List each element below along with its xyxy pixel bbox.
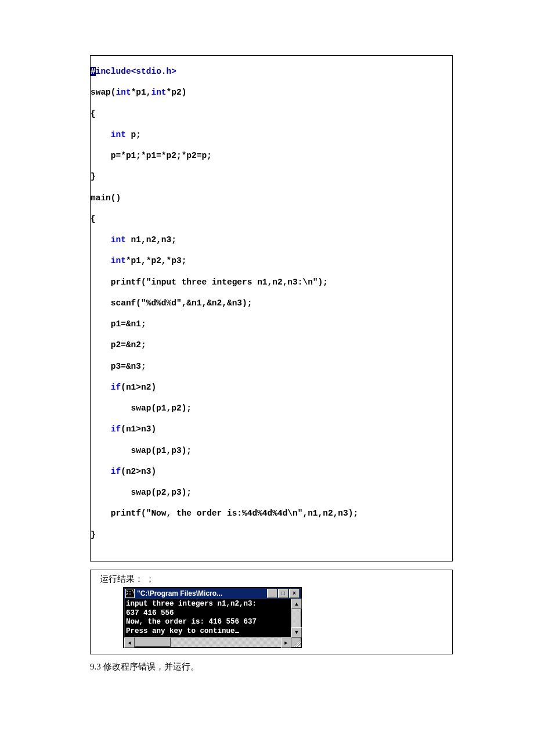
code-token: *p1,*p2,*p3;	[126, 256, 186, 265]
scroll-track[interactable]	[291, 609, 301, 627]
code-token: if	[111, 383, 121, 392]
code-token: {	[91, 109, 452, 119]
maximize-button[interactable]: □	[278, 589, 288, 598]
scroll-up-button[interactable]: ▲	[291, 599, 302, 609]
scroll-right-button[interactable]: ►	[281, 638, 291, 648]
code-token: p2=&n2;	[91, 340, 452, 350]
console-window: C:\ "C:\Program Files\Micro... _ □ × inp…	[123, 587, 302, 648]
code-editor: #include<stdio.h> swap(int*p1,int*p2) { …	[90, 55, 453, 561]
code-token	[91, 130, 111, 139]
scroll-track[interactable]	[135, 638, 281, 647]
code-token: scanf("%d%d%d",&n1,&n2,&n3);	[91, 298, 452, 308]
code-token: p=*p1;*p1=*p2;*p2=p;	[91, 150, 452, 161]
code-token	[91, 256, 111, 265]
console-line: input three integers n1,n2,n3:	[126, 600, 257, 608]
code-token	[91, 467, 111, 476]
code-token: (n2>n3)	[121, 467, 156, 476]
code-token: n1,n2,n3;	[126, 235, 176, 244]
code-token: #	[91, 67, 96, 76]
result-section: 运行结果： ； C:\ "C:\Program Files\Micro... _…	[90, 570, 453, 654]
minimize-button[interactable]: _	[267, 589, 277, 598]
window-title: "C:\Program Files\Micro...	[137, 589, 267, 597]
code-token: swap(	[91, 88, 116, 97]
code-token: (n1>n3)	[121, 424, 156, 434]
code-token: }	[91, 171, 452, 182]
text-cursor-icon	[235, 632, 239, 633]
scroll-thumb[interactable]	[135, 638, 171, 647]
code-token: swap(p2,p3);	[91, 487, 452, 498]
code-token: swap(p1,p2);	[91, 403, 452, 413]
horizontal-scrollbar[interactable]: ◄ ►	[124, 638, 301, 647]
scroll-left-button[interactable]: ◄	[124, 638, 135, 648]
console-line: Press any key to continue	[126, 627, 235, 635]
code-token: p3=&n3;	[91, 361, 452, 372]
code-token: int	[116, 88, 131, 97]
vertical-scrollbar[interactable]: ▲ ▼	[291, 599, 301, 638]
scroll-down-button[interactable]: ▼	[291, 627, 302, 638]
code-token: *p1,	[131, 88, 151, 97]
code-token: {	[91, 214, 452, 224]
exercise-text: 9.3 修改程序错误，并运行。	[90, 661, 453, 672]
code-token: (n1>n2)	[121, 383, 156, 392]
code-token: if	[111, 467, 121, 476]
code-token: }	[91, 530, 452, 540]
result-label: 运行结果： ；	[100, 574, 443, 585]
code-token: printf("input three integers n1,n2,n3:\n…	[91, 277, 452, 287]
code-token: int	[151, 88, 166, 97]
code-token	[91, 235, 111, 244]
code-token	[91, 424, 111, 434]
resize-grip-icon[interactable]	[291, 638, 301, 647]
code-token: int	[111, 130, 126, 139]
code-token: p1=&n1;	[91, 319, 452, 329]
code-token: p;	[126, 130, 141, 139]
code-token: printf("Now, the order is:%4d%4d%4d\n",n…	[91, 508, 452, 519]
console-line: 637 416 556	[126, 609, 174, 617]
code-token: *p2)	[167, 88, 187, 97]
console-line: Now, the order is: 416 556 637	[126, 618, 257, 626]
code-token: <stdio.h>	[131, 67, 176, 76]
code-token: main()	[91, 193, 452, 203]
code-token: if	[111, 424, 121, 434]
close-button[interactable]: ×	[289, 589, 300, 598]
code-token: swap(p1,p3);	[91, 445, 452, 456]
code-token: include	[96, 67, 131, 76]
code-token	[91, 383, 111, 392]
code-token: int	[111, 235, 126, 244]
console-output: input three integers n1,n2,n3: 637 416 5…	[124, 599, 291, 638]
code-token: int	[111, 256, 126, 265]
system-menu-icon[interactable]: C:\	[125, 589, 135, 598]
titlebar[interactable]: C:\ "C:\Program Files\Micro... _ □ ×	[124, 588, 301, 599]
